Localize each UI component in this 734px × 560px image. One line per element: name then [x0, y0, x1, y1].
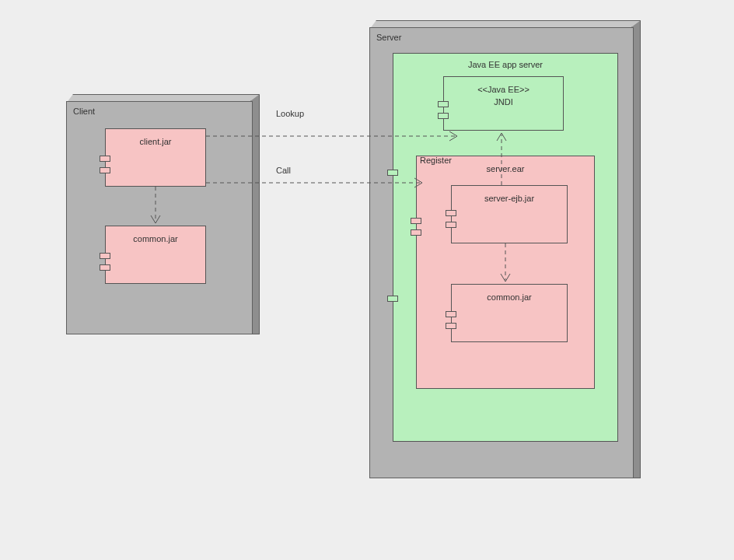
edge-label-lookup: Lookup: [276, 109, 304, 118]
edge-label-call: Call: [276, 166, 291, 175]
deployment-diagram: Client client.jar common.jar Server Java…: [0, 0, 734, 560]
edge-label-register: Register: [420, 156, 452, 165]
connectors-layer: [0, 0, 734, 560]
